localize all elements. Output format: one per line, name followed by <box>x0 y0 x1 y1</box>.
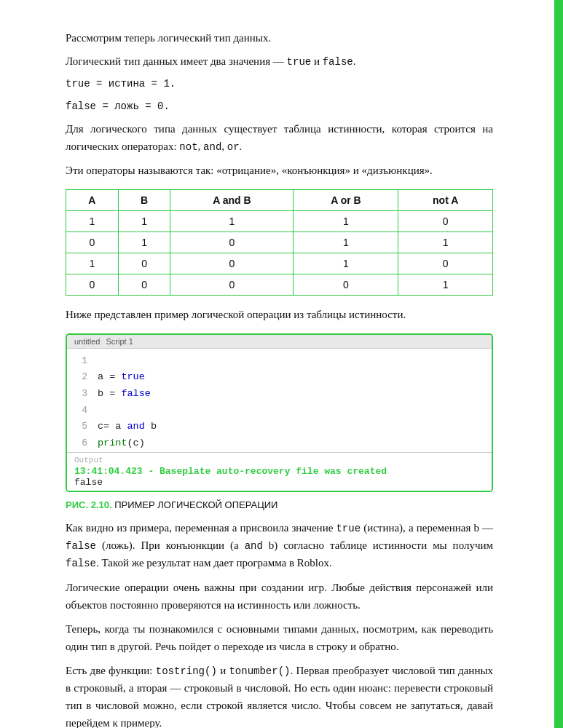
col-header-aorb: A or B <box>294 189 398 210</box>
line-num-4: 4 <box>74 403 87 419</box>
code-line-5: 5 c= a and b <box>67 419 492 435</box>
line-num-5: 5 <box>74 419 87 435</box>
col-header-nota: not A <box>398 189 493 210</box>
cell: 1 <box>398 232 493 253</box>
operators-intro: Для логического типа данных существует т… <box>66 120 493 155</box>
keyword-true: true <box>121 371 144 382</box>
col-header-b: B <box>118 189 170 210</box>
code-output: Output 13:41:04.423 - Baseplate auto-rec… <box>67 452 492 491</box>
keyword-false: false <box>121 388 151 399</box>
tab-script1: Script 1 <box>106 337 133 346</box>
cell: 0 <box>398 253 493 274</box>
line-code-3: b = false <box>98 386 151 403</box>
code-line-1: 1 <box>67 353 492 369</box>
true-def: true = истина = 1. <box>66 76 493 92</box>
keyword-and: and <box>127 421 145 432</box>
line-code-6: print(c) <box>98 435 145 452</box>
figure-caption: РИС. 2.10. ПРИМЕР ЛОГИЧЕСКОЙ ОПЕРАЦИИ <box>66 499 493 510</box>
code-line-4: 4 <box>67 403 492 419</box>
code-line-2: 2 a = true <box>67 369 492 386</box>
table-row: 1 1 1 1 0 <box>66 210 493 232</box>
cell: 0 <box>170 232 294 253</box>
code-line-6: 6 print(c) <box>67 435 492 452</box>
line-num-1: 1 <box>74 353 87 369</box>
cell: 1 <box>294 210 398 232</box>
true-keyword: true <box>287 56 312 68</box>
cell: 0 <box>118 274 170 295</box>
cell: 1 <box>170 210 294 232</box>
intro-text-1: Рассмотрим теперь логический тип данных. <box>66 29 493 47</box>
cell: 0 <box>398 210 493 232</box>
output-status: 13:41:04.423 - Baseplate auto-recovery f… <box>74 466 484 477</box>
code-title-bar: untitled Script 1 <box>67 335 492 349</box>
line-code-5: c= a and b <box>98 419 157 435</box>
code-body: 1 2 a = true 3 b = false 4 5 c= a and b … <box>67 349 492 452</box>
truth-table: A B A and B A or B not A 1 1 1 1 0 0 1 0… <box>66 189 493 296</box>
code-window: untitled Script 1 1 2 a = true 3 b = fal… <box>66 333 493 492</box>
output-result: false <box>74 477 484 488</box>
col-header-aandb: A and B <box>170 189 294 210</box>
cell: 0 <box>170 253 294 274</box>
cell: 0 <box>170 274 294 295</box>
body-para-2: Логические операции очень важны при созд… <box>66 579 493 614</box>
line-num-6: 6 <box>74 435 87 452</box>
operators-names: Эти операторы называются так: «отрицание… <box>66 162 493 179</box>
cell: 1 <box>118 210 170 232</box>
output-label: Output <box>74 456 484 464</box>
line-code-2: a = true <box>98 369 145 386</box>
body-para-4: Есть две функции: tostring() и tonumber(… <box>66 662 493 728</box>
table-row: 0 0 0 0 1 <box>66 274 493 295</box>
code-line-3: 3 b = false <box>67 386 492 403</box>
fig-label: РИС. 2.10. <box>66 499 112 510</box>
body-para-1: Как видно из примера, переменная a присв… <box>66 519 493 572</box>
table-row: 0 1 0 1 1 <box>66 232 493 253</box>
cell: 1 <box>294 253 398 274</box>
cell: 0 <box>66 232 119 253</box>
cell: 0 <box>118 253 170 274</box>
cell: 0 <box>294 274 398 295</box>
cell: 1 <box>294 232 398 253</box>
table-row: 1 0 0 1 0 <box>66 253 493 274</box>
fig-text: ПРИМЕР ЛОГИЧЕСКОЙ ОПЕРАЦИИ <box>114 499 277 510</box>
line-num-2: 2 <box>74 369 87 386</box>
before-code-text: Ниже представлен пример логической опера… <box>66 306 493 323</box>
cell: 1 <box>66 210 119 232</box>
body-para-3: Теперь, когда ты познакомился с основным… <box>66 620 493 655</box>
green-accent-bar <box>554 0 559 728</box>
page: Рассмотрим теперь логический тип данных.… <box>0 0 563 728</box>
col-header-a: A <box>66 189 119 210</box>
keyword-print: print <box>98 438 127 448</box>
cell: 1 <box>398 274 493 295</box>
false-def: false = ложь = 0. <box>66 98 493 114</box>
cell: 1 <box>66 253 119 274</box>
intro-text-2: Логический тип данных имеет два значения… <box>66 52 493 70</box>
false-keyword: false <box>323 56 353 68</box>
cell: 0 <box>66 274 119 295</box>
line-num-3: 3 <box>74 386 87 403</box>
tab-untitled: untitled <box>74 337 100 346</box>
cell: 1 <box>118 232 170 253</box>
